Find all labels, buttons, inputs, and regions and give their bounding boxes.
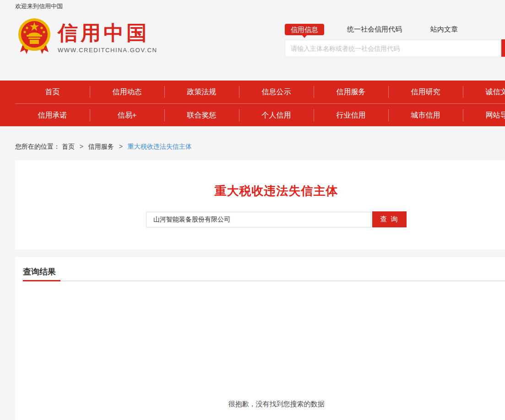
site-header: 信用中国 WWW.CREDITCHINA.GOV.CN 信用信息 统一社会信用代…: [0, 12, 505, 81]
header-search-input[interactable]: [285, 40, 501, 57]
header-search-button[interactable]: [501, 39, 505, 57]
nav-credit-dynamics[interactable]: 信用动态: [90, 81, 164, 103]
breadcrumb-separator: >: [80, 143, 83, 150]
breadcrumb-home[interactable]: 首页: [62, 143, 75, 150]
results-heading: 查询结果: [15, 257, 505, 277]
tab-credit-info-label: 信用信息: [291, 26, 318, 33]
nav-site-navigation[interactable]: 网站导航: [463, 104, 505, 127]
nav-industry-credit[interactable]: 行业信用: [314, 104, 388, 127]
nav-personal-credit[interactable]: 个人信用: [239, 104, 314, 127]
empty-results-message: 很抱歉，没有找到您搜索的数据: [15, 400, 505, 409]
search-tabs: 信用信息 统一社会信用代码 站内文章: [285, 24, 505, 35]
breadcrumb-current-page[interactable]: 重大税收违法失信主体: [128, 143, 192, 150]
nav-credit-commitment[interactable]: 信用承诺: [15, 104, 90, 127]
national-emblem-icon: [17, 17, 51, 56]
tab-uscc-label: 统一社会信用代码: [347, 25, 402, 33]
nav-joint-reward-punishment[interactable]: 联合奖惩: [164, 104, 239, 127]
welcome-bar: 欢迎来到信用中国: [0, 0, 505, 12]
welcome-text: 欢迎来到信用中国: [15, 3, 63, 10]
nav-row-2: 信用承诺 信易+ 联合奖惩 个人信用 行业信用 城市信用 网站导航: [15, 103, 505, 126]
breadcrumb-separator: >: [119, 143, 123, 150]
divider-red-accent: [23, 280, 60, 281]
tab-site-articles[interactable]: 站内文章: [430, 25, 458, 34]
entity-search-input[interactable]: [146, 212, 371, 227]
tab-unified-social-credit-code[interactable]: 统一社会信用代码: [347, 25, 402, 34]
nav-credit-research[interactable]: 信用研究: [388, 81, 463, 103]
active-tab-pointer-icon: [302, 35, 307, 38]
query-button[interactable]: 查 询: [372, 211, 407, 227]
nav-home[interactable]: 首页: [15, 81, 90, 103]
breadcrumb: 您所在的位置： 首页 > 信用服务 > 重大税收违法失信主体: [0, 126, 505, 152]
tab-site-articles-label: 站内文章: [430, 25, 458, 33]
results-heading-divider: [23, 280, 505, 281]
site-logo[interactable]: 信用中国 WWW.CREDITCHINA.GOV.CN: [17, 17, 157, 56]
nav-city-credit[interactable]: 城市信用: [388, 104, 463, 127]
nav-credit-services[interactable]: 信用服务: [314, 81, 388, 103]
nav-info-disclosure[interactable]: 信息公示: [239, 81, 314, 103]
logo-title: 信用中国: [58, 20, 157, 46]
nav-row-1: 首页 信用动态 政策法规 信息公示 信用服务 信用研究 诚信文化: [15, 81, 505, 103]
nav-policies-regulations[interactable]: 政策法规: [164, 81, 239, 103]
query-row: 查 询: [15, 211, 505, 227]
top-region: 欢迎来到信用中国 信用中国 WWW.CREDITC: [0, 0, 505, 81]
page-title: 重大税收违法失信主体: [15, 160, 505, 199]
results-card: 查询结果 很抱歉，没有找到您搜索的数据: [15, 257, 505, 420]
main-nav: 首页 信用动态 政策法规 信息公示 信用服务 信用研究 诚信文化 信用承诺 信易…: [0, 81, 505, 126]
main-nav-inner: 首页 信用动态 政策法规 信息公示 信用服务 信用研究 诚信文化 信用承诺 信易…: [15, 81, 505, 126]
logo-text-block: 信用中国 WWW.CREDITCHINA.GOV.CN: [58, 17, 157, 54]
header-search-area: 信用信息 统一社会信用代码 站内文章: [285, 24, 505, 57]
divider-gray-line: [23, 280, 505, 281]
logo-url: WWW.CREDITCHINA.GOV.CN: [58, 47, 157, 54]
nav-xinyi-plus[interactable]: 信易+: [90, 104, 164, 127]
breadcrumb-credit-services[interactable]: 信用服务: [88, 143, 114, 150]
nav-integrity-culture[interactable]: 诚信文化: [463, 81, 505, 103]
tab-credit-info[interactable]: 信用信息: [285, 24, 324, 35]
query-card: 重大税收违法失信主体 查 询: [15, 160, 505, 249]
breadcrumb-prefix: 您所在的位置：: [15, 143, 60, 150]
